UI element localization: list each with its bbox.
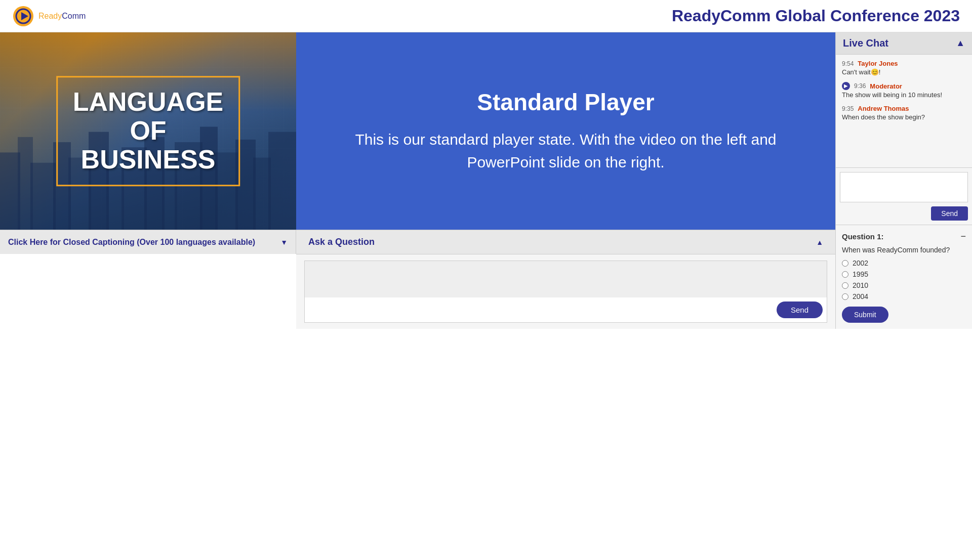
chat-send-row: Send [840,206,968,221]
ask-question-text: Ask a Question [308,237,816,247]
logo-text: ReadyComm [38,12,86,21]
video-background: LANGUAGE OF BUSINESS [0,32,296,230]
readycomm-logo-icon [12,5,34,27]
language-line2: OF BUSINESS [73,116,224,174]
video-panel: LANGUAGE OF BUSINESS [0,32,296,230]
bottom-bar: Click Here for Closed Captioning (Over 1… [0,230,835,254]
chat-send-button[interactable]: Send [931,206,968,221]
poll-option-label-1995: 1995 [853,270,868,278]
ask-send-button[interactable]: Send [777,301,823,318]
player-row: LANGUAGE OF BUSINESS Standard Player Thi… [0,32,835,230]
poll-option-label-2004: 2004 [853,292,868,300]
poll-option-label-2010: 2010 [853,281,868,289]
svg-rect-5 [30,163,56,230]
chat-msg-2-text: The show will being in 10 minutes! [842,91,966,99]
ask-question-section[interactable]: Ask a Question ▲ [296,230,835,254]
below-player: Send [0,254,835,329]
caption-text: Click Here for Closed Captioning (Over 1… [8,238,280,247]
poll-radio-2010[interactable] [842,282,848,289]
chat-input-area: Send [836,167,972,225]
chat-msg-3-name: Andrew Thomas [858,105,909,112]
poll-radio-1995[interactable] [842,271,848,278]
svg-rect-3 [0,152,20,230]
poll-options: 2002 1995 2010 2004 [842,259,966,300]
poll-radio-2004[interactable] [842,293,848,300]
ask-input-wrapper: Send [304,261,827,323]
slide-panel: Standard Player This is our standard pla… [296,32,835,230]
language-box: LANGUAGE OF BUSINESS [56,76,240,186]
chat-header-title: Live Chat [843,37,888,49]
poll-option-label-2002: 2002 [853,259,868,267]
slide-title: Standard Player [477,89,654,116]
chat-msg-2-name: Moderator [870,82,902,90]
content-area: LANGUAGE OF BUSINESS Standard Player Thi… [0,32,835,329]
chat-msg-3-text: When does the show begin? [842,113,966,121]
chat-msg-2-time: 9:36 [854,82,866,90]
main-layout: LANGUAGE OF BUSINESS Standard Player Thi… [0,32,972,329]
slide-description: This is our standard player state. With … [316,128,815,174]
poll-section: Question 1: − When was ReadyComm founded… [836,225,972,329]
poll-header: Question 1: − [842,231,966,242]
logo-area: ReadyComm [12,5,90,27]
poll-question: When was ReadyComm founded? [842,246,966,254]
chat-input[interactable] [840,172,968,202]
chat-msg-3-time: 9:35 [842,105,854,112]
poll-option-2002[interactable]: 2002 [842,259,966,267]
poll-option-2010[interactable]: 2010 [842,281,966,289]
ask-expanded-area: Send [296,254,835,329]
caption-section[interactable]: Click Here for Closed Captioning (Over 1… [0,230,296,254]
ask-send-row: Send [305,297,827,322]
logo-ready: Ready [38,12,62,20]
svg-rect-18 [268,132,296,230]
chat-message-3: 9:35 Andrew Thomas When does the show be… [842,105,966,121]
svg-rect-17 [253,158,271,230]
ask-question-arrow-icon: ▲ [816,238,823,246]
header: ReadyComm ReadyComm Global Conference 20… [0,0,972,32]
moderator-icon: ▶ [842,82,850,90]
chat-msg-1-name: Taylor Jones [858,60,898,67]
below-player-left [0,254,296,329]
chat-msg-1-text: Can't wait😊! [842,68,966,76]
poll-minimize-button[interactable]: − [960,231,966,242]
poll-title: Question 1: [842,232,884,241]
right-sidebar: Live Chat ▲ 9:54 Taylor Jones Can't wait… [835,32,972,329]
chat-msg-3-header: 9:35 Andrew Thomas [842,105,966,112]
ask-question-input[interactable] [305,261,827,297]
chat-collapse-button[interactable]: ▲ [956,38,965,49]
caption-arrow-icon: ▼ [280,238,288,246]
ask-question-expanded: Send [296,254,835,329]
chat-messages-area: 9:54 Taylor Jones Can't wait😊! ▶ 9:36 Mo… [836,55,972,167]
logo-comm: Comm [62,12,86,20]
poll-radio-2002[interactable] [842,260,848,267]
chat-msg-1-header: 9:54 Taylor Jones [842,60,966,67]
poll-option-1995[interactable]: 1995 [842,270,966,278]
chat-message-1: 9:54 Taylor Jones Can't wait😊! [842,60,966,76]
chat-msg-2-header: ▶ 9:36 Moderator [842,82,966,90]
chat-header: Live Chat ▲ [836,32,972,55]
chat-msg-1-time: 9:54 [842,60,854,67]
poll-option-2004[interactable]: 2004 [842,292,966,300]
language-line1: LANGUAGE [73,88,224,116]
poll-submit-button[interactable]: Submit [842,307,888,323]
conference-title: ReadyComm Global Conference 2023 [672,7,960,25]
chat-message-2: ▶ 9:36 Moderator The show will being in … [842,82,966,99]
